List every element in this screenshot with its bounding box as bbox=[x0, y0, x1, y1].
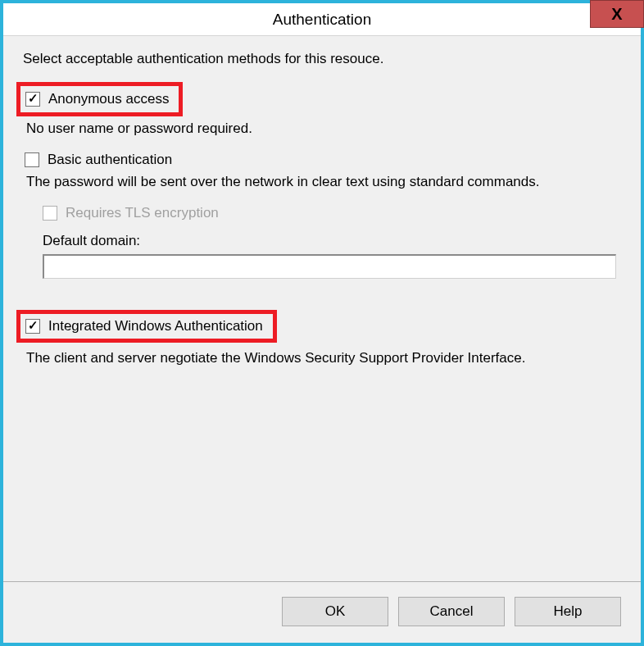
basic-label: Basic authentication bbox=[48, 152, 172, 168]
default-domain-input[interactable] bbox=[43, 254, 616, 279]
cancel-button[interactable]: Cancel bbox=[398, 597, 505, 626]
close-button[interactable]: X bbox=[590, 0, 644, 28]
dialog-content: Select acceptable authentication methods… bbox=[3, 36, 641, 581]
anonymous-description: No user name or password required. bbox=[26, 120, 621, 139]
tls-label: Requires TLS encryption bbox=[66, 205, 219, 221]
basic-description: The password will be sent over the netwo… bbox=[26, 173, 621, 192]
tls-checkbox bbox=[43, 206, 57, 221]
iwa-highlight: Integrated Windows Authentication bbox=[16, 310, 277, 343]
basic-checkbox[interactable] bbox=[25, 152, 39, 167]
iwa-description: The client and server negotiate the Wind… bbox=[26, 349, 621, 368]
window-title: Authentication bbox=[273, 11, 371, 29]
default-domain-label: Default domain: bbox=[43, 233, 621, 249]
instruction-text: Select acceptable authentication methods… bbox=[23, 51, 621, 67]
basic-section: Basic authentication The password will b… bbox=[23, 152, 621, 279]
iwa-label: Integrated Windows Authentication bbox=[48, 318, 263, 334]
ok-button[interactable]: OK bbox=[282, 597, 388, 626]
authentication-dialog: Authentication X Select acceptable authe… bbox=[0, 0, 644, 646]
spacer bbox=[23, 380, 621, 573]
titlebar: Authentication X bbox=[3, 3, 641, 36]
close-icon: X bbox=[611, 5, 622, 24]
anonymous-label: Anonymous access bbox=[48, 91, 169, 107]
button-bar: OK Cancel Help bbox=[3, 581, 641, 643]
tls-row: Requires TLS encryption bbox=[43, 205, 621, 221]
anonymous-checkbox[interactable] bbox=[25, 92, 40, 107]
anonymous-highlight: Anonymous access bbox=[16, 82, 183, 116]
anonymous-section: Anonymous access No user name or passwor… bbox=[23, 82, 621, 139]
help-button[interactable]: Help bbox=[515, 597, 621, 626]
iwa-section: Integrated Windows Authentication The cl… bbox=[23, 303, 621, 368]
iwa-checkbox[interactable] bbox=[25, 319, 40, 334]
